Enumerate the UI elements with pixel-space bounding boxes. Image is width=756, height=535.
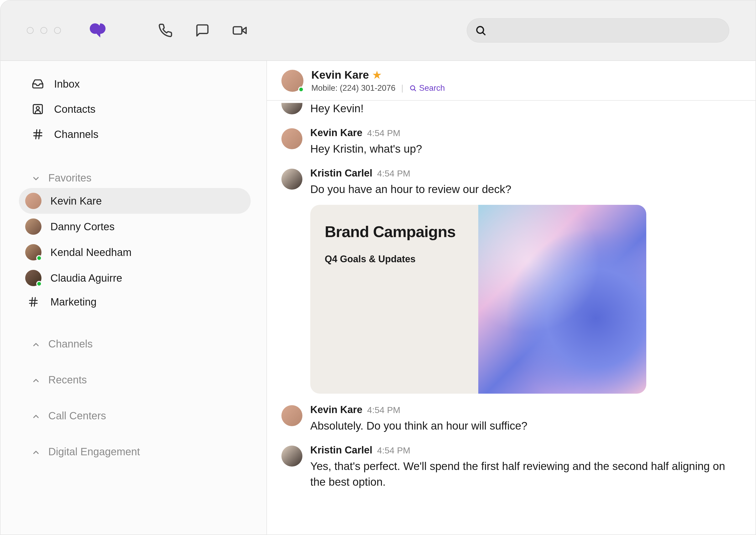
- video-icon[interactable]: [232, 23, 247, 38]
- favorites-header[interactable]: Favorites: [27, 168, 251, 188]
- search-icon: [409, 84, 417, 92]
- svg-rect-1: [233, 27, 242, 34]
- conversation-header: Kevin Kare ★ Mobile: (224) 301-2076 | Se…: [267, 61, 755, 101]
- nav-label: Inbox: [54, 78, 80, 90]
- search-label: Search: [419, 83, 445, 93]
- message-body: Yes, that's perfect. We'll spend the fir…: [310, 459, 741, 491]
- svg-point-5: [36, 106, 39, 110]
- contact-name: Kevin Kare: [311, 69, 369, 81]
- avatar: [282, 101, 302, 114]
- message-time: 4:54 PM: [367, 405, 401, 415]
- favorite-label: Kevin Kare: [50, 195, 102, 207]
- mobile-number: Mobile: (224) 301-2076: [311, 83, 396, 93]
- avatar: [282, 128, 302, 149]
- section-label: Digital Engagement: [48, 446, 140, 458]
- favorite-kendal-needham[interactable]: Kendal Needham: [19, 239, 251, 265]
- titlebar: [1, 1, 755, 61]
- chevron-up-icon: [32, 411, 41, 420]
- attachment-text: Brand Campaigns Q4 Goals & Updates: [310, 205, 478, 394]
- star-icon[interactable]: ★: [373, 69, 381, 81]
- nav-label: Contacts: [54, 103, 96, 115]
- message-body: Absolutely. Do you think an hour will su…: [310, 418, 528, 434]
- message-body: Do you have an hour to review our deck?: [310, 182, 646, 197]
- section-call-centers[interactable]: Call Centers: [27, 406, 251, 426]
- message-time: 4:54 PM: [377, 168, 410, 179]
- maximize-window-button[interactable]: [54, 27, 61, 34]
- svg-line-13: [34, 298, 35, 306]
- window-controls: [27, 27, 61, 34]
- presence-indicator: [36, 281, 42, 287]
- avatar: [25, 193, 42, 209]
- section-digital-engagement[interactable]: Digital Engagement: [27, 442, 251, 462]
- favorite-claudia-aguirre[interactable]: Claudia Aguirre: [19, 265, 251, 291]
- chevron-down-icon: [32, 174, 41, 183]
- section-channels[interactable]: Channels: [27, 334, 251, 354]
- message: Kevin Kare 4:54 PM Absolutely. Do you th…: [282, 404, 741, 434]
- svg-line-15: [414, 89, 415, 91]
- message-time: 4:54 PM: [367, 128, 401, 138]
- svg-line-8: [36, 130, 37, 139]
- conversation-pane: Kevin Kare ★ Mobile: (224) 301-2076 | Se…: [267, 61, 755, 535]
- avatar: [25, 244, 42, 261]
- chevron-up-icon: [32, 447, 41, 456]
- app-window: Inbox Contacts Channels: [0, 0, 756, 535]
- search-input[interactable]: [467, 18, 729, 42]
- inbox-icon: [32, 78, 44, 90]
- section-label: Recents: [48, 374, 87, 386]
- attachment-subtitle: Q4 Goals & Updates: [325, 254, 464, 265]
- chat-icon[interactable]: [195, 23, 210, 38]
- attachment-image: [478, 205, 646, 394]
- message: Kevin Kare 4:54 PM Hey Kristin, what's u…: [282, 127, 741, 157]
- toolbar-icons: [158, 23, 247, 38]
- message-author: Kristin Carlel: [310, 168, 373, 179]
- conversation-subtitle: Mobile: (224) 301-2076 | Search: [311, 83, 445, 93]
- section-label: Favorites: [48, 172, 92, 184]
- favorite-label: Marketing: [50, 296, 97, 308]
- message-time: 4:54 PM: [377, 445, 410, 456]
- section-label: Channels: [48, 338, 93, 350]
- chevron-up-icon: [32, 340, 41, 349]
- chevron-up-icon: [32, 376, 41, 384]
- message-author: Kristin Carlel: [310, 444, 373, 456]
- avatar: [282, 405, 302, 426]
- content: Inbox Contacts Channels: [1, 61, 755, 535]
- section-favorites: Favorites Kevin Kare Danny Cortes Kendal…: [27, 168, 251, 313]
- nav-label: Channels: [54, 128, 99, 140]
- svg-line-12: [32, 298, 33, 306]
- avatar: [25, 218, 42, 235]
- favorite-marketing[interactable]: Marketing: [19, 291, 251, 313]
- favorite-danny-cortes[interactable]: Danny Cortes: [19, 214, 251, 239]
- nav-contacts[interactable]: Contacts: [27, 97, 251, 122]
- favorite-label: Kendal Needham: [50, 246, 132, 258]
- message-author: Kevin Kare: [310, 404, 363, 415]
- phone-icon[interactable]: [158, 23, 173, 38]
- avatar: [25, 270, 42, 286]
- nav-channels[interactable]: Channels: [27, 122, 251, 147]
- hash-icon: [25, 296, 42, 308]
- favorite-kevin-kare[interactable]: Kevin Kare: [19, 188, 251, 214]
- contacts-icon: [32, 103, 44, 115]
- search-conversation-button[interactable]: Search: [409, 83, 445, 93]
- attachment-card[interactable]: Brand Campaigns Q4 Goals & Updates: [310, 205, 646, 394]
- message: Kristin Carlel 4:54 PM Do you have an ho…: [282, 168, 741, 394]
- section-recents[interactable]: Recents: [27, 370, 251, 390]
- avatar: [282, 446, 302, 466]
- avatar: [282, 70, 303, 92]
- nav-inbox[interactable]: Inbox: [27, 71, 251, 97]
- message-thread[interactable]: Hey Kevin! Kevin Kare 4:54 PM Hey Kristi…: [267, 101, 755, 535]
- conversation-title: Kevin Kare ★: [311, 69, 445, 81]
- presence-indicator: [36, 255, 42, 261]
- app-logo: [90, 23, 108, 38]
- message: Hey Kevin!: [282, 101, 741, 117]
- collapsed-sections: Channels Recents Call Centers: [27, 334, 251, 462]
- message-body: Hey Kristin, what's up?: [310, 141, 422, 157]
- close-window-button[interactable]: [27, 27, 34, 34]
- hash-icon: [32, 128, 44, 141]
- message-body: Hey Kevin!: [310, 101, 364, 117]
- search-icon: [475, 25, 486, 36]
- favorite-label: Claudia Aguirre: [50, 272, 122, 284]
- minimize-window-button[interactable]: [41, 27, 47, 34]
- sidebar: Inbox Contacts Channels: [1, 61, 267, 535]
- avatar: [282, 169, 302, 190]
- svg-line-9: [39, 130, 40, 139]
